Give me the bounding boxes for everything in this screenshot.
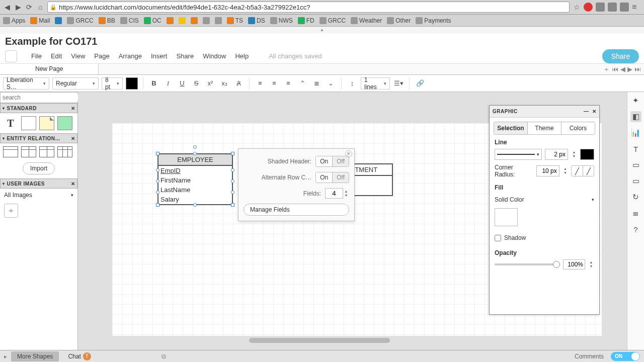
bookmark[interactable]: FD (298, 17, 314, 24)
bookmark[interactable]: Mail (30, 17, 50, 24)
bookmark[interactable] (167, 17, 174, 24)
entity-field[interactable]: EmpID (158, 166, 232, 175)
clear-format-button[interactable]: A̷ (233, 78, 244, 89)
align-right-button[interactable]: ≡ (283, 78, 294, 89)
font-select[interactable]: Liberation S…▾ (3, 77, 49, 89)
shape-search[interactable]: ✕ (0, 92, 85, 103)
back-icon[interactable]: ◀ (3, 3, 11, 11)
add-page-icon[interactable]: ＋ (603, 65, 610, 74)
close-icon[interactable]: ✕ (592, 109, 597, 114)
font-size-select[interactable]: 8 pt▾ (102, 77, 123, 89)
er-shape-1[interactable] (3, 146, 18, 157)
menu-page[interactable]: Page (94, 52, 109, 60)
home-icon[interactable]: ⌂ (36, 3, 44, 11)
align-left-button[interactable]: ≡ (255, 78, 266, 89)
lines-select[interactable]: 1 lines▾ (361, 77, 390, 89)
bookmark[interactable]: Apps (3, 17, 25, 24)
shaded-toggle[interactable]: OnOff (315, 156, 349, 167)
comments-label[interactable]: Comments (575, 353, 604, 360)
bookmark[interactable]: GRCC (319, 17, 346, 24)
category-standard[interactable]: ▾STANDARD✕ (0, 103, 77, 113)
fields-stepper[interactable]: ▲▼ (343, 190, 349, 198)
menu-help[interactable]: Help (235, 52, 249, 60)
strike-button[interactable]: S (191, 78, 202, 89)
line-width-input[interactable] (545, 149, 568, 160)
expand-footer-icon[interactable]: ▸ (4, 353, 7, 360)
share-button[interactable]: Share (602, 49, 639, 63)
altrow-toggle[interactable]: OnOff (315, 172, 349, 183)
line-width-stepper[interactable]: ▲▼ (571, 150, 577, 158)
ext-icon[interactable] (620, 3, 629, 12)
superscript-button[interactable]: x² (205, 78, 216, 89)
shadow-checkbox[interactable]: Shadow (495, 234, 594, 241)
er-shape-2[interactable] (21, 146, 36, 157)
align-center-button[interactable]: ≡ (269, 78, 280, 89)
tab-theme[interactable]: Theme (527, 122, 561, 134)
doc-title[interactable]: Example for CO171 (5, 36, 639, 47)
line-color-swatch[interactable] (580, 149, 594, 160)
layers-icon[interactable]: ≣ (630, 208, 641, 219)
bookmark[interactable] (203, 17, 210, 24)
menu-window[interactable]: Window (203, 52, 226, 60)
bookmark[interactable]: Weather (351, 17, 382, 24)
last-page-icon[interactable]: ⏭ (634, 65, 641, 73)
text-color-swatch[interactable] (126, 77, 138, 89)
master-icon[interactable]: ▭ (630, 175, 641, 187)
comments-toggle[interactable]: ON (611, 352, 640, 361)
search-input[interactable] (3, 94, 78, 101)
link-button[interactable]: 🔗 (415, 78, 426, 89)
ext-icon[interactable] (608, 3, 617, 12)
line-style-select[interactable]: ▾ (495, 149, 542, 160)
corner-stepper[interactable]: ▲▼ (562, 167, 568, 175)
add-image-button[interactable]: ＋ (4, 204, 18, 218)
forward-icon[interactable]: ▶ (14, 3, 22, 11)
next-page-icon[interactable]: ▶ (627, 65, 632, 73)
menu-insert[interactable]: Insert (151, 52, 168, 60)
bookmark[interactable]: Other (387, 17, 411, 24)
bookmark[interactable]: OC (144, 17, 162, 24)
page-tab[interactable]: New Page (0, 64, 99, 74)
menu-file[interactable]: File (31, 52, 42, 60)
more-shapes-button[interactable]: More Shapes (11, 351, 59, 361)
h-scrollbar[interactable] (78, 338, 627, 345)
bookmark[interactable]: GRCC (67, 17, 93, 24)
category-er[interactable]: ▾ENTITY RELATION…✕ (0, 133, 77, 143)
reload-icon[interactable]: ⟳ (25, 3, 33, 11)
app-logo[interactable] (5, 50, 17, 62)
star-icon[interactable]: ☆ (573, 3, 581, 11)
valign-mid-button[interactable]: ≣ (311, 78, 322, 89)
prev-page-icon[interactable]: ◀ (620, 65, 625, 73)
menu-icon[interactable]: ≡ (632, 3, 641, 12)
fill-color-swatch[interactable] (495, 208, 518, 226)
category-userimg[interactable]: ▾USER IMAGES✕ (0, 178, 77, 189)
bookmark[interactable]: NWS (270, 17, 293, 24)
line-spacing-button[interactable]: ↕ (347, 78, 358, 89)
corner-radius-input[interactable] (536, 165, 559, 176)
valign-top-button[interactable]: ⌃ (297, 78, 308, 89)
import-button[interactable]: Import (23, 162, 55, 174)
bookmark[interactable]: Payments (416, 17, 451, 24)
menu-view[interactable]: View (71, 52, 85, 60)
tab-selection[interactable]: Selection (494, 122, 527, 134)
opacity-input[interactable] (563, 259, 585, 269)
menu-share[interactable]: Share (176, 52, 194, 60)
er-shape-3[interactable] (39, 146, 54, 157)
metrics-icon[interactable]: 📊 (630, 127, 641, 138)
menu-arrange[interactable]: Arrange (119, 52, 142, 60)
popout-icon[interactable]: ⧉ (162, 353, 166, 360)
opacity-slider[interactable] (495, 263, 560, 265)
bookmark[interactable] (55, 17, 62, 24)
chat-label[interactable]: Chat (68, 353, 80, 360)
avatar[interactable]: T (83, 352, 91, 360)
entity-field[interactable]: FirstName (158, 175, 232, 185)
bookmark[interactable] (191, 17, 198, 24)
entity-title[interactable]: EMPLOYEE (158, 154, 232, 166)
font-style-select[interactable]: Regular▾ (52, 77, 99, 89)
underline-button[interactable]: U (177, 78, 188, 89)
expand-handle[interactable] (0, 27, 644, 34)
history-icon[interactable]: ↻ (630, 192, 641, 203)
bookmark[interactable]: BB (99, 17, 115, 24)
bold-button[interactable]: B (148, 78, 159, 89)
fields-count-input[interactable] (325, 188, 343, 199)
note-shape[interactable] (39, 116, 54, 130)
